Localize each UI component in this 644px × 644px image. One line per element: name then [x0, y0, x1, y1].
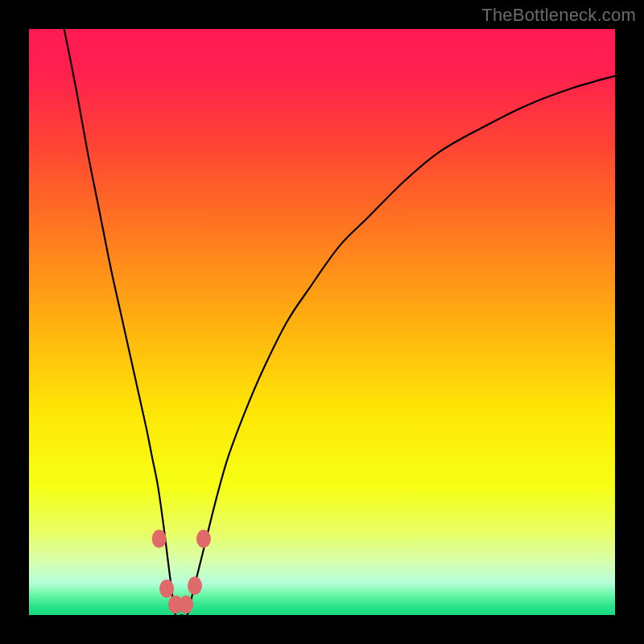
plot-area	[29, 29, 615, 615]
background-gradient	[29, 29, 615, 615]
svg-rect-0	[29, 29, 615, 615]
chart-frame: TheBottleneck.com	[0, 0, 644, 644]
watermark: TheBottleneck.com	[481, 5, 636, 26]
